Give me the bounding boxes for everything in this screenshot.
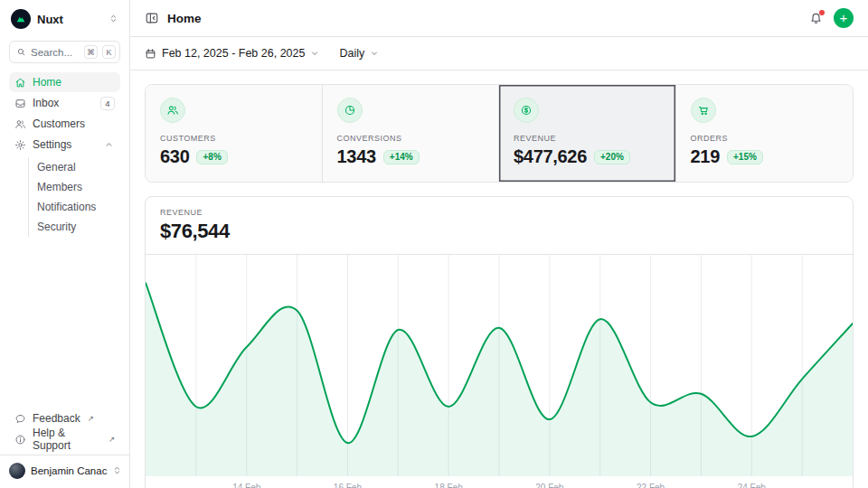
- sidebar-footer: Feedback ↗ Help & Support ↗: [0, 408, 129, 455]
- add-button[interactable]: +: [834, 8, 854, 28]
- sidebar-nav: Home Inbox 4 Customers Settings General: [0, 72, 129, 237]
- stats-row: CUSTOMERS 630 +8% CONVERSIONS 1343 +14%: [145, 84, 854, 183]
- chevron-up-icon: [103, 140, 115, 149]
- page-header: Home +: [130, 0, 868, 37]
- content-area: CUSTOMERS 630 +8% CONVERSIONS 1343 +14%: [130, 70, 868, 488]
- avatar: [9, 463, 25, 479]
- sidebar-item-settings[interactable]: Settings: [9, 135, 120, 155]
- x-tick-label: 16 Feb: [334, 483, 362, 488]
- stat-label: CUSTOMERS: [160, 134, 307, 143]
- revenue-chart-card: REVENUE $76,544 14 Feb16 Feb18 Feb20 Feb…: [145, 196, 854, 488]
- revenue-area-chart[interactable]: [146, 255, 853, 476]
- users-icon: [160, 98, 185, 123]
- settings-submenu: General Members Notifications Security: [28, 157, 120, 237]
- stat-card-revenue[interactable]: REVENUE $477,626 +20%: [499, 85, 676, 182]
- calendar-icon: [145, 48, 156, 60]
- nuxt-logo-icon: [11, 9, 31, 29]
- sidebar-item-inbox[interactable]: Inbox 4: [9, 93, 120, 113]
- dashboard-app: Nuxt Search... ⌘ K Home Inbox 4 Cust: [0, 0, 868, 488]
- info-circle-icon: [14, 434, 26, 446]
- x-tick-label: 18 Feb: [435, 483, 463, 488]
- external-link-icon: ↗: [88, 414, 94, 423]
- granularity-select[interactable]: Daily: [339, 47, 379, 60]
- sidebar-item-notifications[interactable]: Notifications: [37, 197, 120, 217]
- notification-dot: [819, 10, 825, 15]
- sidebar-item-general[interactable]: General: [37, 157, 120, 177]
- chevron-updown-icon: [112, 463, 122, 479]
- notifications-button[interactable]: [809, 12, 823, 25]
- stat-label: CONVERSIONS: [337, 134, 485, 143]
- pie-chart-icon: [337, 98, 363, 123]
- x-tick-label: 22 Feb: [637, 483, 665, 488]
- feedback-link[interactable]: Feedback ↗: [9, 408, 120, 428]
- user-name: Benjamin Canac: [31, 465, 107, 476]
- workspace-switcher[interactable]: Nuxt: [0, 0, 129, 33]
- sidebar: Nuxt Search... ⌘ K Home Inbox 4 Cust: [0, 0, 130, 488]
- plus-icon: +: [840, 11, 848, 24]
- chevron-down-icon: [370, 49, 379, 58]
- x-tick-label: 20 Feb: [535, 483, 563, 488]
- sidebar-item-members[interactable]: Members: [37, 177, 120, 197]
- stat-card-customers[interactable]: CUSTOMERS 630 +8%: [146, 85, 323, 182]
- home-icon: [14, 77, 26, 89]
- delta-badge: +20%: [594, 150, 630, 164]
- kbd-cmd: ⌘: [84, 45, 98, 59]
- stat-value: 219: [691, 146, 720, 167]
- search-placeholder: Search...: [31, 47, 80, 58]
- chat-bubble-icon: [14, 413, 26, 425]
- sidebar-item-customers[interactable]: Customers: [9, 114, 120, 134]
- external-link-icon: ↗: [108, 435, 115, 444]
- kbd-k: K: [102, 45, 116, 59]
- cart-icon: [691, 98, 716, 123]
- users-icon: [14, 118, 26, 130]
- stat-value: $477,626: [514, 146, 587, 167]
- delta-badge: +14%: [383, 150, 420, 164]
- chevron-down-icon: [310, 49, 319, 58]
- main-panel: Home + Feb 12, 2025 - Feb 26, 2025 Daily: [130, 0, 868, 488]
- x-axis-labels: 14 Feb16 Feb18 Feb20 Feb22 Feb24 Feb: [146, 476, 853, 488]
- stat-label: ORDERS: [691, 134, 839, 143]
- stat-value: 630: [160, 146, 189, 167]
- chevron-updown-icon: [108, 11, 118, 27]
- stat-card-conversions[interactable]: CONVERSIONS 1343 +14%: [323, 85, 500, 182]
- chart-metric-value: $76,544: [160, 220, 838, 243]
- inbox-count-badge: 4: [100, 97, 115, 110]
- x-tick-label: 24 Feb: [738, 483, 766, 488]
- collapse-sidebar-button[interactable]: [145, 11, 159, 25]
- chart-header: REVENUE $76,544: [146, 197, 853, 255]
- sidebar-item-home[interactable]: Home: [9, 72, 120, 92]
- sidebar-item-security[interactable]: Security: [37, 217, 120, 237]
- gear-icon: [14, 139, 26, 151]
- inbox-icon: [14, 98, 26, 109]
- search-icon: [16, 47, 26, 57]
- stat-value: 1343: [337, 146, 376, 167]
- delta-badge: +15%: [727, 150, 763, 164]
- dollar-circle-icon: [514, 98, 539, 123]
- stat-card-orders[interactable]: ORDERS 219 +15%: [676, 85, 854, 182]
- user-menu[interactable]: Benjamin Canac: [0, 455, 129, 488]
- search-input[interactable]: Search... ⌘ K: [9, 41, 120, 63]
- x-tick-label: 14 Feb: [232, 483, 260, 488]
- panel-left-icon: [145, 11, 159, 25]
- chart-metric-label: REVENUE: [160, 208, 838, 217]
- filters-toolbar: Feb 12, 2025 - Feb 26, 2025 Daily: [130, 37, 868, 70]
- stat-label: REVENUE: [514, 134, 661, 143]
- page-title: Home: [167, 12, 202, 25]
- date-range-picker[interactable]: Feb 12, 2025 - Feb 26, 2025: [145, 47, 319, 60]
- delta-badge: +8%: [196, 150, 227, 164]
- workspace-name: Nuxt: [37, 13, 63, 26]
- help-support-link[interactable]: Help & Support ↗: [9, 429, 120, 449]
